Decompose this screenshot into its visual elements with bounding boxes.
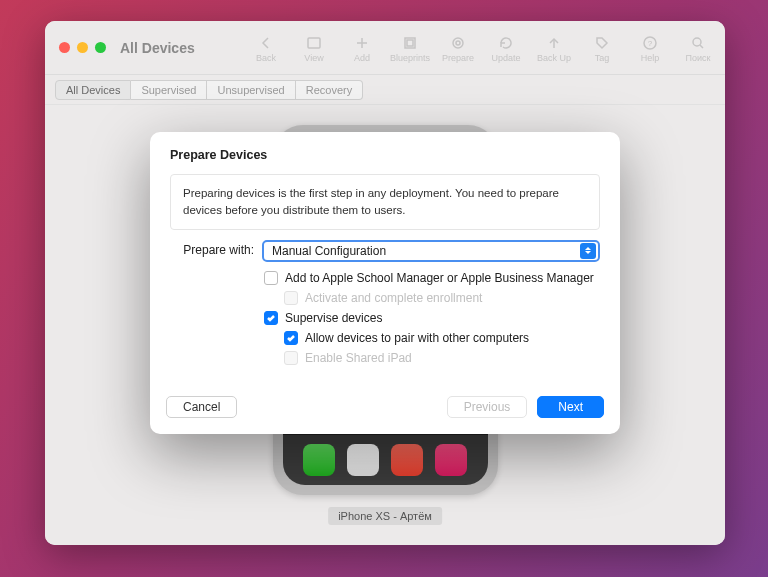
- checkbox-checked-icon: [284, 331, 298, 345]
- next-button[interactable]: Next: [537, 396, 604, 418]
- checkbox-icon: [284, 351, 298, 365]
- checkbox-label: Activate and complete enrollment: [305, 291, 482, 305]
- checkbox-checked-icon: [264, 311, 278, 325]
- checkbox-label: Enable Shared iPad: [305, 351, 412, 365]
- modal-overlay: Prepare Devices Preparing devices is the…: [45, 21, 725, 545]
- checkbox-label: Allow devices to pair with other compute…: [305, 331, 529, 345]
- checkbox-label: Add to Apple School Manager or Apple Bus…: [285, 271, 594, 285]
- checkbox-activate-enroll: Activate and complete enrollment: [264, 288, 600, 308]
- previous-button: Previous: [447, 396, 528, 418]
- app-window: All Devices Back View Add Blueprints Pre…: [45, 21, 725, 545]
- checkbox-icon: [284, 291, 298, 305]
- sheet-title: Prepare Devices: [150, 148, 620, 174]
- checkbox-shared-ipad: Enable Shared iPad: [264, 348, 600, 368]
- checkbox-add-to-manager[interactable]: Add to Apple School Manager or Apple Bus…: [264, 268, 600, 288]
- sheet-intro-text: Preparing devices is the first step in a…: [170, 174, 600, 229]
- prepare-devices-sheet: Prepare Devices Preparing devices is the…: [150, 132, 620, 433]
- checkbox-allow-pair[interactable]: Allow devices to pair with other compute…: [264, 328, 600, 348]
- checkbox-supervise[interactable]: Supervise devices: [264, 308, 600, 328]
- checkbox-label: Supervise devices: [285, 311, 382, 325]
- checkbox-icon: [264, 271, 278, 285]
- prepare-with-label: Prepare with:: [170, 240, 262, 257]
- prepare-with-select[interactable]: Manual Configuration: [262, 240, 600, 262]
- chevron-updown-icon: [580, 243, 596, 259]
- select-value: Manual Configuration: [272, 244, 386, 258]
- cancel-button[interactable]: Cancel: [166, 396, 237, 418]
